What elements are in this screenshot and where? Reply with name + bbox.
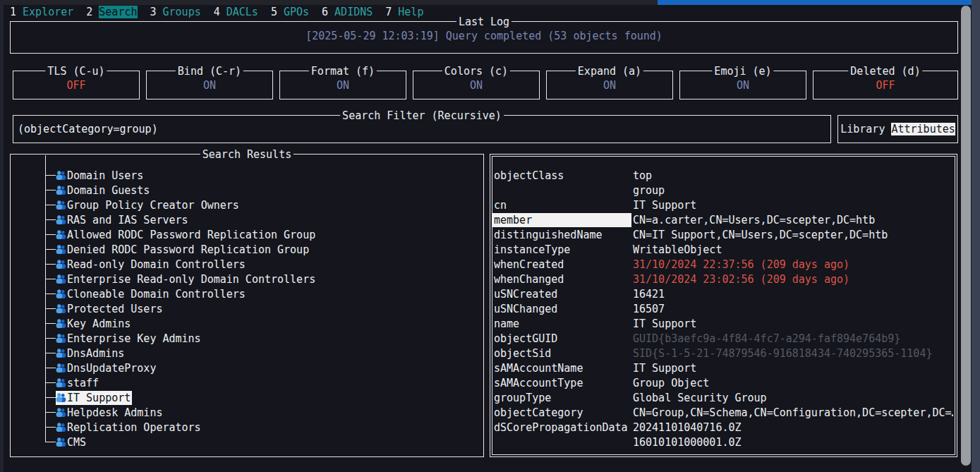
tree-row-domain-users[interactable]: Domain Users <box>11 168 483 183</box>
tree-row-domain-guests[interactable]: Domain Guests <box>11 183 483 198</box>
search-filter-input[interactable]: Search Filter (Recursive) (objectCategor… <box>13 115 831 143</box>
attribute-name: objectGUID <box>492 332 631 346</box>
attribute-row-name[interactable]: nameIT Support <box>492 316 953 331</box>
tree-row-protected-users[interactable]: Protected Users <box>11 301 483 316</box>
attribute-row-instancetype[interactable]: instanceTypeWritableObject <box>492 242 953 257</box>
attribute-value: IT Support <box>631 199 953 212</box>
menu-item-adidns[interactable]: 6ADIDNS <box>322 6 373 18</box>
tree-row-content: IT Support <box>56 391 132 405</box>
attribute-value: 31/10/2024 23:02:56 (209 days ago) <box>631 273 953 286</box>
switcher-option-attributes[interactable]: Attributes <box>891 123 955 135</box>
tree-row-content: Domain Users <box>56 169 145 183</box>
attribute-row-objectsid[interactable]: objectSidSID{S-1-5-21-74879546-916818434… <box>492 346 953 361</box>
window-right-edge <box>972 0 980 472</box>
tree-row-key-admins[interactable]: Key Admins <box>11 316 483 331</box>
toggle-deleted-d[interactable]: Deleted (d)OFF <box>813 71 958 99</box>
group-icon <box>56 318 66 329</box>
attribute-row-objectcategory[interactable]: objectCategoryCN=Group,CN=Schema,CN=Conf… <box>492 405 953 420</box>
tree-row-content: Denied RODC Password Replication Group <box>56 243 310 257</box>
attribute-value: 31/10/2024 22:37:56 (209 days ago) <box>631 258 953 271</box>
attribute-row-samaccounttype[interactable]: sAMAccountTypeGroup Object <box>492 375 953 390</box>
tree-row-dnsadmins[interactable]: DnsAdmins <box>11 346 483 361</box>
tree-row-label: CMS <box>67 436 86 449</box>
tree-row-denied-rodc-password-replication-group[interactable]: Denied RODC Password Replication Group <box>11 242 483 257</box>
menu-item-help[interactable]: 7Help <box>385 6 423 18</box>
attribute-value: IT Support <box>631 317 953 330</box>
attribute-value: 16421 <box>631 288 953 301</box>
tree-row-group-policy-creator-owners[interactable]: Group Policy Creator Owners <box>11 198 483 212</box>
tree-row-it-support[interactable]: IT Support <box>11 390 483 405</box>
menu-item-groups[interactable]: 3Groups <box>150 6 201 18</box>
attribute-row-cn[interactable]: cnIT Support <box>492 198 953 212</box>
tree-row-cms[interactable]: CMS <box>11 435 483 449</box>
tree-row-enterprise-read-only-domain-controllers[interactable]: Enterprise Read-only Domain Controllers <box>11 272 483 286</box>
attribute-row-samaccountname[interactable]: sAMAccountNameIT Support <box>492 361 953 375</box>
menu-item-key: 1 <box>10 6 16 18</box>
toggle-value: ON <box>413 79 539 92</box>
tree-row-ras-and-ias-servers[interactable]: RAS and IAS Servers <box>11 212 483 227</box>
tree-row-staff[interactable]: staff <box>11 375 483 390</box>
toggle-value: OFF <box>13 79 139 92</box>
menu-item-gpos[interactable]: 5GPOs <box>271 6 309 18</box>
toggle-emoji-e[interactable]: Emoji (e)ON <box>679 71 806 99</box>
tree-row-allowed-rodc-password-replication-group[interactable]: Allowed RODC Password Replication Group <box>11 227 483 242</box>
attribute-name: instanceType <box>492 243 631 257</box>
attribute-row-dscorepropagationdata[interactable]: dSCorePropagationData20241101040716.0Z <box>492 420 953 435</box>
search-filter-title: Search Filter (Recursive) <box>340 109 504 123</box>
attribute-row-objectguid[interactable]: objectGUIDGUID{b3aefc9a-4f84-4fc7-a294-f… <box>492 331 953 346</box>
toggle-colors-c[interactable]: Colors (c)ON <box>413 71 540 99</box>
attribute-value: SID{S-1-5-21-74879546-916818434-74029536… <box>631 347 953 360</box>
menu-item-key: 5 <box>271 6 277 18</box>
attribute-name: cn <box>492 198 631 212</box>
tree-row-read-only-domain-controllers[interactable]: Read-only Domain Controllers <box>11 257 483 272</box>
tree-row-content: Key Admins <box>56 317 132 331</box>
attribute-value: top <box>631 169 953 182</box>
tree-branch-line <box>45 397 56 398</box>
attribute-name: uSNCreated <box>492 287 631 301</box>
tree-row-label: Read-only Domain Controllers <box>67 258 246 271</box>
attribute-name: sAMAccountName <box>492 361 631 375</box>
attribute-value: CN=IT Support,CN=Users,DC=scepter,DC=htb <box>631 229 953 241</box>
switcher-option-library[interactable]: Library <box>840 123 885 135</box>
attribute-row-distinguishedname[interactable]: distinguishedNameCN=IT Support,CN=Users,… <box>492 227 953 242</box>
attribute-row-grouptype[interactable]: groupTypeGlobal Security Group <box>492 390 953 405</box>
tree-branch-line <box>45 368 56 368</box>
attribute-row-objectclass[interactable]: objectClasstop <box>492 168 953 183</box>
attribute-row-member[interactable]: memberCN=a.carter,CN=Users,DC=scepter,DC… <box>492 212 953 227</box>
group-icon <box>56 377 66 388</box>
tree-row-enterprise-key-admins[interactable]: Enterprise Key Admins <box>11 331 483 346</box>
attribute-name: groupType <box>492 391 631 405</box>
tree-row-dnsupdateproxy[interactable]: DnsUpdateProxy <box>11 361 483 375</box>
search-results-panel: Search Results Domain UsersDomain Guests… <box>10 154 484 457</box>
attribute-row-whenchanged[interactable]: whenChanged31/10/2024 23:02:56 (209 days… <box>492 272 953 286</box>
toggle-format-f[interactable]: Format (f)ON <box>279 71 406 99</box>
tree-row-content: Helpdesk Admins <box>56 406 164 420</box>
toggle-value: ON <box>680 79 806 92</box>
tree-row-content: DnsAdmins <box>56 346 126 361</box>
tree-branch-line <box>45 427 56 428</box>
tree-branch-line <box>45 442 56 442</box>
attribute-value: 16507 <box>631 303 953 315</box>
toggle-bind-c-r[interactable]: Bind (C-r)ON <box>146 71 273 99</box>
menu-item-search[interactable]: 2Search <box>86 6 137 18</box>
tree-row-content: RAS and IAS Servers <box>56 213 190 227</box>
tree-row-cloneable-domain-controllers[interactable]: Cloneable Domain Controllers <box>11 286 483 301</box>
menu-item-explorer[interactable]: 1Explorer <box>10 6 73 18</box>
window-left-edge <box>0 5 4 472</box>
toggle-expand-a[interactable]: Expand (a)ON <box>546 71 673 99</box>
attribute-row-usncreated[interactable]: uSNCreated16421 <box>492 286 953 301</box>
attribute-row-usnchanged[interactable]: uSNChanged16507 <box>492 301 953 316</box>
toggle-tls-c-u[interactable]: TLS (C-u)OFF <box>13 71 140 99</box>
attribute-row-continuation[interactable]: 16010101000001.0Z <box>492 435 953 449</box>
attribute-row-continuation[interactable]: group <box>492 183 953 198</box>
search-results-title: Search Results <box>200 147 294 162</box>
scrollbar-thumb[interactable] <box>961 6 971 466</box>
menu-bar: 1Explorer2Search3Groups4DACLs5GPOs6ADIDN… <box>10 5 423 19</box>
tree-row-label: RAS and IAS Servers <box>67 214 188 226</box>
tree-row-helpdesk-admins[interactable]: Helpdesk Admins <box>11 405 483 420</box>
toggle-title: Deleted (d) <box>848 64 922 78</box>
menu-item-dacls[interactable]: 4DACLs <box>214 6 258 18</box>
group-icon <box>56 407 66 418</box>
tree-row-replication-operators[interactable]: Replication Operators <box>11 420 483 435</box>
attribute-row-whencreated[interactable]: whenCreated31/10/2024 22:37:56 (209 days… <box>492 257 953 272</box>
